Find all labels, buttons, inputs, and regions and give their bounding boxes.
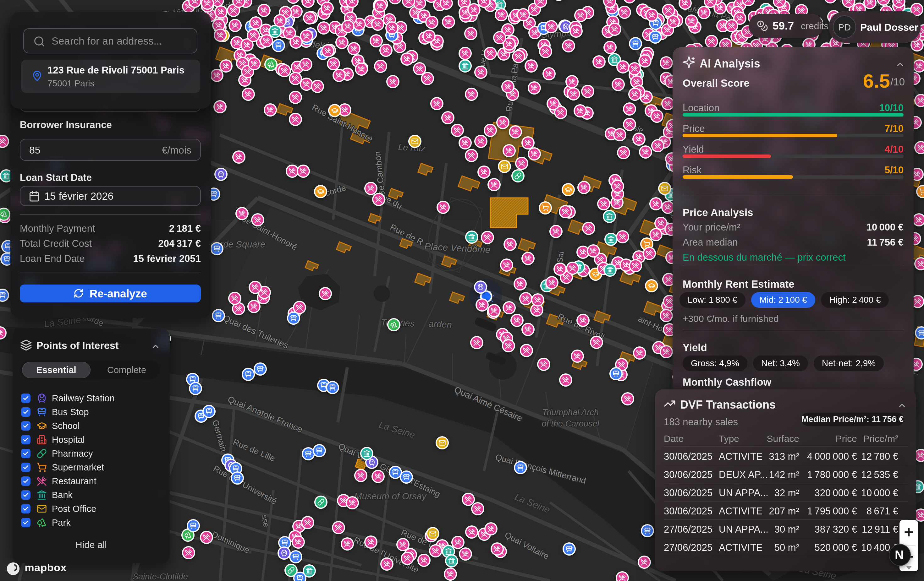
svg-text:Sainte-Clotilde: Sainte-Clotilde (133, 572, 188, 581)
svg-text:of the Carousel: of the Carousel (541, 419, 599, 428)
svg-text:Triumphal Arch: Triumphal Arch (542, 408, 599, 417)
svg-text:Museum of Orsay: Museum of Orsay (355, 491, 427, 501)
svg-text:arden: arden (428, 318, 452, 330)
